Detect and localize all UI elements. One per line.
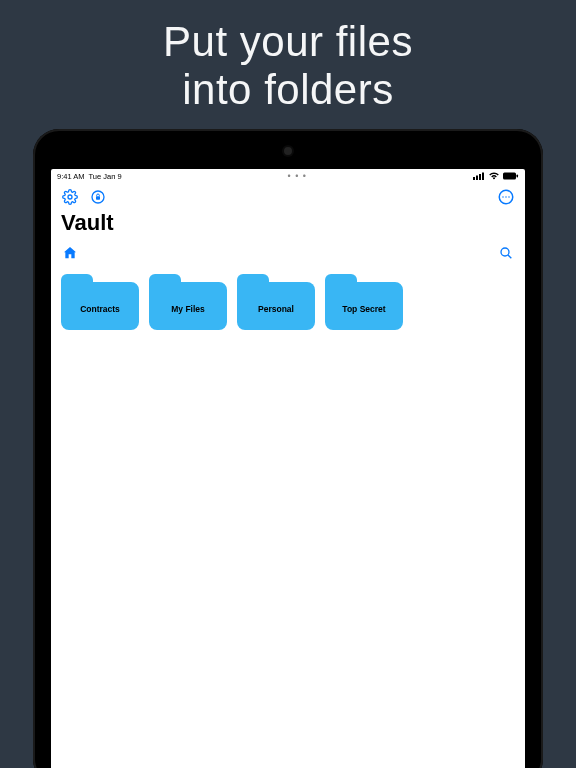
wifi-icon (488, 172, 500, 180)
folder-icon (61, 274, 139, 330)
settings-button[interactable] (61, 188, 79, 206)
svg-rect-5 (516, 175, 518, 178)
folder-item[interactable]: Top Secret (325, 274, 403, 330)
top-toolbar (51, 184, 525, 208)
folder-grid: Contracts My Files Personal Top Secret (51, 268, 525, 336)
svg-rect-0 (473, 177, 475, 180)
folder-item[interactable]: Personal (237, 274, 315, 330)
folder-icon (325, 274, 403, 330)
device-camera (284, 147, 292, 155)
svg-point-12 (508, 196, 510, 198)
home-button[interactable] (61, 244, 79, 262)
home-icon (62, 245, 78, 261)
svg-line-14 (508, 255, 511, 258)
ellipsis-circle-icon (497, 188, 515, 206)
folder-item[interactable]: My Files (149, 274, 227, 330)
app-screen: 9:41 AM Tue Jan 9 • • • (51, 169, 525, 768)
svg-rect-8 (96, 196, 100, 199)
status-ellipsis: • • • (288, 171, 307, 181)
folder-label: Top Secret (325, 304, 403, 314)
folder-item[interactable]: Contracts (61, 274, 139, 330)
folder-icon (149, 274, 227, 330)
svg-rect-3 (482, 173, 484, 181)
svg-point-11 (505, 196, 507, 198)
status-time: 9:41 AM (57, 172, 85, 181)
breadcrumb-bar (51, 242, 525, 268)
svg-point-6 (68, 195, 72, 199)
search-button[interactable] (497, 244, 515, 262)
signal-icon (473, 172, 485, 180)
promo-line-1: Put your files (0, 18, 576, 66)
gear-icon (62, 189, 78, 205)
status-date: Tue Jan 9 (89, 172, 122, 181)
folder-label: Contracts (61, 304, 139, 314)
battery-icon (503, 172, 519, 180)
tablet-device-frame: 9:41 AM Tue Jan 9 • • • (33, 129, 543, 768)
folder-label: Personal (237, 304, 315, 314)
folder-label: My Files (149, 304, 227, 314)
folder-icon (237, 274, 315, 330)
svg-point-13 (501, 248, 509, 256)
search-icon (498, 245, 514, 261)
svg-point-10 (502, 196, 504, 198)
status-bar: 9:41 AM Tue Jan 9 • • • (51, 169, 525, 184)
lock-button[interactable] (89, 188, 107, 206)
lock-icon (90, 189, 106, 205)
page-title: Vault (51, 208, 525, 242)
promo-line-2: into folders (0, 66, 576, 114)
more-button[interactable] (497, 188, 515, 206)
svg-rect-4 (503, 173, 516, 180)
svg-rect-2 (479, 174, 481, 180)
promo-headline: Put your files into folders (0, 0, 576, 129)
svg-rect-1 (476, 176, 478, 181)
